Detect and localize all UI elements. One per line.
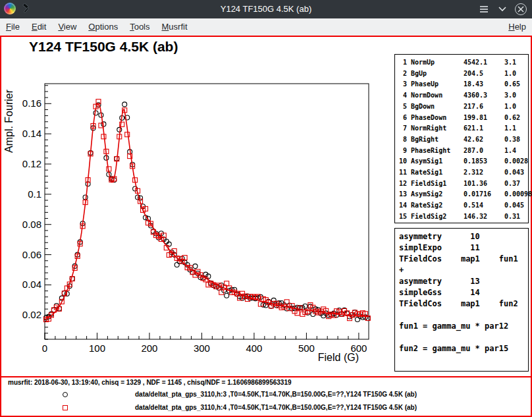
param-row: 2BgUp204.51.0 <box>398 69 528 80</box>
menubar: File Edit View Options Tools Musrfit Hel… <box>0 18 532 36</box>
x-tick-label: 0 <box>42 343 47 354</box>
x-tick-label: 200 <box>141 343 157 354</box>
y-tick-label: 0.1 <box>28 188 41 200</box>
y-tick-label: 0.06 <box>22 249 41 260</box>
fit-info-line: musrfit: 2018-06-30, 13:19:40, chisq = 1… <box>8 379 292 386</box>
param-val: 42.62 <box>464 134 500 146</box>
param-val: 0.1853 <box>464 156 500 167</box>
menu-help[interactable]: Help <box>502 18 532 36</box>
data-point-circle <box>117 127 122 132</box>
param-num: 5 <box>398 101 407 113</box>
param-err: 0.38 <box>504 134 528 146</box>
param-val: 287.0 <box>464 146 500 157</box>
param-row: 1NormUp4542.13.1 <box>398 57 528 69</box>
param-val: 146.32 <box>464 211 500 223</box>
param-name: PhaseRight <box>411 146 460 157</box>
window-menu-icon[interactable] <box>478 3 490 15</box>
param-err: 1.0 <box>504 101 528 113</box>
param-row: 13AsymSig20.017160.00098 <box>398 189 528 200</box>
menubar-spacer <box>194 18 503 36</box>
root-canvas: Y124 TF150G 4.5K (ab) 010020030040050060… <box>0 36 532 417</box>
x-tick-label: 300 <box>194 343 210 354</box>
param-val: 4360.3 <box>464 90 500 101</box>
param-err: 0.045 <box>504 200 528 211</box>
param-val: 4542.1 <box>464 57 500 69</box>
data-point-circle <box>83 195 88 200</box>
menu-file[interactable]: File <box>0 18 26 36</box>
param-err: 0.00098 <box>504 189 532 200</box>
param-row: 8BgRight42.620.38 <box>398 134 528 146</box>
param-name: AsymSig2 <box>411 189 460 200</box>
legend-row-h3: data/deltat_pta_gps_3110,h:3 ,T0=4.50K,T… <box>1 390 531 401</box>
param-err: 1.0 <box>504 69 528 80</box>
param-name: NormDown <box>411 90 460 101</box>
param-err: 0.043 <box>504 167 528 179</box>
param-row: 4NormDown4360.33.0 <box>398 90 528 101</box>
param-row: 10AsymSig10.18530.0028 <box>398 156 528 167</box>
y-tick-label: 0.04 <box>22 279 41 290</box>
param-val: 217.6 <box>464 101 500 113</box>
shade-icon[interactable] <box>496 3 508 15</box>
param-err: 1.4 <box>504 146 528 157</box>
param-row: 15FieldSig2146.320.31 <box>398 211 528 223</box>
param-num: 11 <box>398 167 407 179</box>
fourier-plot-canvas[interactable]: 01002003004005006000.020.040.060.080.10.… <box>1 37 394 374</box>
data-point-square <box>125 132 130 137</box>
param-num: 4 <box>398 90 407 101</box>
param-err: 0.31 <box>504 211 528 223</box>
param-row: 5BgDown217.61.0 <box>398 101 528 113</box>
legend-square-marker <box>63 405 68 410</box>
param-val: 101.36 <box>464 179 500 190</box>
x-tick-label: 100 <box>89 343 105 354</box>
menu-tools[interactable]: Tools <box>124 18 155 36</box>
param-val: 199.81 <box>464 113 500 124</box>
parameter-table: 1NormUp4542.13.12BgUp204.51.03PhaseUp18.… <box>394 54 529 223</box>
param-name: FieldSig2 <box>411 211 460 223</box>
param-row: 11RateSig12.3120.043 <box>398 167 528 179</box>
y-tick-label: 0.16 <box>22 97 41 109</box>
param-row: 9PhaseRight287.01.4 <box>398 146 528 157</box>
close-icon[interactable] <box>515 3 527 15</box>
menu-view[interactable]: View <box>52 18 82 36</box>
y-axis-title: Ampl. Fourier <box>3 89 14 153</box>
param-row: 14RateSig20.5140.045 <box>398 200 528 211</box>
y-tick-label: 0.02 <box>22 309 41 320</box>
y-tick-label: 0.08 <box>22 219 41 230</box>
param-err: 1.1 <box>504 123 528 134</box>
param-val: 2.312 <box>464 167 500 179</box>
param-name: BgRight <box>411 134 460 146</box>
param-name: RateSig2 <box>411 200 460 211</box>
data-point-circle <box>122 102 127 107</box>
footer-divider <box>1 376 531 377</box>
param-name: PhaseDown <box>411 113 460 124</box>
param-err: 3.0 <box>504 90 528 101</box>
menu-musrfit[interactable]: Musrfit <box>156 18 194 36</box>
param-name: BgDown <box>411 101 460 113</box>
param-name: RateSig1 <box>411 167 460 179</box>
theory-box: asymmetry 10 simplExpo 11 TFieldCos map1… <box>394 228 529 372</box>
param-name: NormUp <box>411 57 460 69</box>
param-err: 0.0028 <box>504 156 528 167</box>
y-tick-label: 0.14 <box>22 128 41 139</box>
param-val: 204.5 <box>464 69 500 80</box>
param-val: 621.1 <box>464 123 500 134</box>
param-num: 1 <box>398 57 407 69</box>
param-num: 12 <box>398 179 407 190</box>
param-num: 10 <box>398 156 407 167</box>
window-title: Y124 TF150G 4.5K (ab) <box>0 0 532 18</box>
titlebar: Y124 TF150G 4.5K (ab) <box>0 0 532 18</box>
menu-edit[interactable]: Edit <box>26 18 52 36</box>
param-name: PhaseUp <box>411 79 460 90</box>
menu-options[interactable]: Options <box>82 18 124 36</box>
legend-row-h4: data/deltat_pta_gps_3110,h:4 ,T0=4.50K,T… <box>1 403 531 414</box>
param-name: FieldSig1 <box>411 179 460 190</box>
param-row: 7NormRight621.11.1 <box>398 123 528 134</box>
param-num: 15 <box>398 211 407 223</box>
param-val: 0.514 <box>464 200 500 211</box>
legend-label-h3: data/deltat_pta_gps_3110,h:3 ,T0=4.50K,T… <box>135 391 417 398</box>
param-num: 2 <box>398 69 407 80</box>
param-row: 12FieldSig1101.360.37 <box>398 179 528 190</box>
param-val: 18.43 <box>464 79 500 90</box>
param-val: 0.01716 <box>464 189 500 200</box>
param-row: 3PhaseUp18.430.65 <box>398 79 528 90</box>
